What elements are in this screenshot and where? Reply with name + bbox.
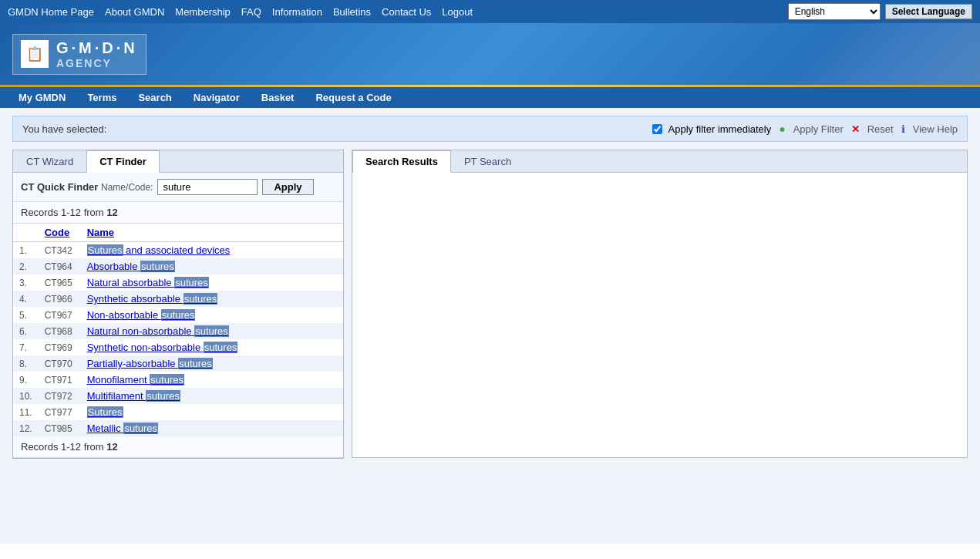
row-num: 1. — [13, 242, 39, 259]
row-name-link[interactable]: Natural non-absorbable sutures — [87, 325, 229, 337]
nav-logout[interactable]: Logout — [442, 6, 473, 18]
row-name: Sutures and associated devices — [81, 242, 343, 259]
green-dot-icon: ● — [779, 123, 785, 135]
reset-link[interactable]: Reset — [867, 123, 894, 135]
ct-table-body: 1.CT342Sutures and associated devices2.C… — [13, 242, 343, 437]
language-section: English French Spanish German Select Lan… — [788, 3, 972, 20]
left-tab-bar: CT Wizard CT Finder — [13, 150, 343, 173]
nav-home[interactable]: GMDN Home Page — [8, 6, 94, 18]
nav-contact[interactable]: Contact Us — [382, 6, 431, 18]
row-num: 7. — [13, 339, 39, 355]
row-code: CT985 — [39, 420, 81, 436]
row-name: Natural non-absorbable sutures — [81, 323, 343, 339]
row-name-link[interactable]: Partially-absorbable sutures — [87, 358, 213, 369]
nav-basket[interactable]: Basket — [251, 87, 305, 108]
row-name-link[interactable]: Synthetic absorbable sutures — [87, 293, 218, 305]
quick-finder-label: CT Quick Finder Name/Code: — [21, 181, 153, 193]
tab-ct-finder[interactable]: CT Finder — [86, 150, 160, 173]
quick-finder-input[interactable] — [157, 179, 258, 195]
blue-circle-icon: ℹ — [901, 123, 905, 135]
apply-filter-checkbox[interactable] — [652, 124, 662, 134]
tab-search-results[interactable]: Search Results — [352, 150, 451, 173]
nav-information[interactable]: Information — [272, 6, 322, 18]
table-header-row: Code Name — [13, 224, 343, 242]
filter-bar: You have selected: Apply filter immediat… — [12, 116, 968, 142]
row-code: CT972 — [39, 388, 81, 404]
table-row: 6.CT968Natural non-absorbable sutures — [13, 323, 343, 339]
nav-my-gmdn[interactable]: My GMDN — [8, 87, 76, 108]
tab-pt-search[interactable]: PT Search — [451, 150, 524, 173]
language-select[interactable]: English French Spanish German — [788, 3, 881, 20]
table-row: 7.CT969Synthetic non-absorbable sutures — [13, 339, 343, 355]
table-row: 10.CT972Multifilament sutures — [13, 388, 343, 404]
nav-membership[interactable]: Membership — [175, 6, 231, 18]
row-name-link[interactable]: Multifilament sutures — [87, 390, 180, 402]
row-name-link[interactable]: Absorbable sutures — [87, 261, 175, 272]
table-row: 9.CT971Monofilament sutures — [13, 372, 343, 388]
row-num: 5. — [13, 307, 39, 323]
table-row: 5.CT967Non-absorbable sutures — [13, 307, 343, 323]
apply-button[interactable]: Apply — [262, 179, 313, 195]
tab-ct-wizard[interactable]: CT Wizard — [13, 150, 86, 173]
ct-table: Code Name 1.CT342Sutures and associated … — [13, 224, 343, 436]
nav-search[interactable]: Search — [127, 87, 182, 108]
logo-icon: 📋 — [21, 40, 49, 68]
ct-table-scroll[interactable]: Code Name 1.CT342Sutures and associated … — [13, 224, 343, 436]
select-language-button[interactable]: Select Language — [885, 4, 972, 19]
row-name-link[interactable]: Metallic sutures — [87, 423, 158, 434]
nav-request-code[interactable]: Request a Code — [305, 87, 402, 108]
logo-agency: AGENCY — [56, 57, 138, 69]
top-navigation: GMDN Home Page About GMDN Membership FAQ… — [0, 0, 980, 23]
row-code: CT342 — [39, 242, 81, 259]
row-code: CT971 — [39, 372, 81, 388]
row-name: Monofilament sutures — [81, 372, 343, 388]
row-code: CT968 — [39, 323, 81, 339]
row-name-link[interactable]: Monofilament sutures — [87, 374, 184, 386]
row-name: Partially-absorbable sutures — [81, 355, 343, 372]
row-name-link[interactable]: Sutures and associated devices — [87, 244, 231, 256]
row-name: Multifilament sutures — [81, 388, 343, 404]
row-code: CT966 — [39, 291, 81, 307]
red-x-icon: ✕ — [851, 123, 860, 135]
top-nav-links: GMDN Home Page About GMDN Membership FAQ… — [8, 6, 473, 18]
row-name-link[interactable]: Synthetic non-absorbable sutures — [87, 342, 238, 353]
records-count-bottom: Records 1-12 from 12 — [13, 436, 343, 458]
col-code-header[interactable]: Code — [39, 224, 81, 242]
row-code: CT969 — [39, 339, 81, 355]
nav-about[interactable]: About GMDN — [105, 6, 164, 18]
row-code: CT964 — [39, 258, 81, 274]
row-name: Non-absorbable sutures — [81, 307, 343, 323]
right-tab-bar: Search Results PT Search — [352, 150, 967, 173]
quick-finder: CT Quick Finder Name/Code: Apply — [13, 173, 343, 202]
records-count-top: Records 1-12 from 12 — [13, 202, 343, 224]
row-name-link[interactable]: Sutures — [87, 406, 123, 418]
nav-navigator[interactable]: Navigator — [183, 87, 251, 108]
right-panel-content — [352, 173, 967, 197]
table-row: 4.CT966Synthetic absorbable sutures — [13, 291, 343, 307]
row-name: Natural absorbable sutures — [81, 274, 343, 291]
main-navigation: My GMDN Terms Search Navigator Basket Re… — [0, 87, 980, 108]
row-name: Synthetic absorbable sutures — [81, 291, 343, 307]
content-area: You have selected: Apply filter immediat… — [0, 108, 980, 544]
col-name-header[interactable]: Name — [81, 224, 343, 242]
row-name-link[interactable]: Non-absorbable sutures — [87, 309, 196, 321]
row-num: 2. — [13, 258, 39, 274]
left-panel: CT Wizard CT Finder CT Quick Finder Name… — [12, 150, 344, 459]
right-panel: Search Results PT Search — [352, 150, 968, 458]
row-name: Sutures — [81, 404, 343, 420]
table-row: 3.CT965Natural absorbable sutures — [13, 274, 343, 291]
row-code: CT970 — [39, 355, 81, 372]
nav-terms[interactable]: Terms — [76, 87, 127, 108]
row-num: 10. — [13, 388, 39, 404]
row-num: 6. — [13, 323, 39, 339]
apply-filter-label[interactable]: Apply filter immediately — [652, 123, 772, 135]
row-name: Synthetic non-absorbable sutures — [81, 339, 343, 355]
row-num: 9. — [13, 372, 39, 388]
logo-gmdn: G·M·D·N — [56, 39, 138, 57]
row-name-link[interactable]: Natural absorbable sutures — [87, 277, 209, 288]
view-help-link[interactable]: View Help — [913, 123, 958, 135]
apply-filter-link[interactable]: Apply Filter — [793, 123, 844, 135]
nav-bulletins[interactable]: Bulletins — [333, 6, 371, 18]
nav-faq[interactable]: FAQ — [241, 6, 261, 18]
row-num: 12. — [13, 420, 39, 436]
